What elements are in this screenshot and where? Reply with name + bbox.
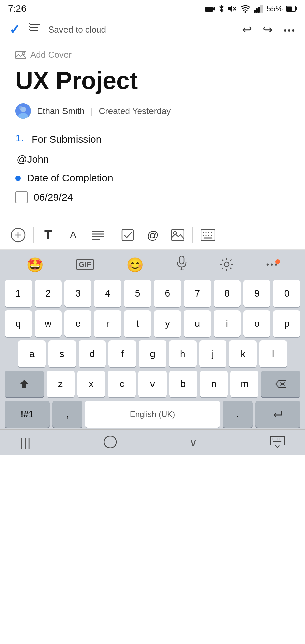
add-cover-button[interactable]: Add Cover [15,50,72,60]
key-r[interactable]: r [94,310,121,337]
svg-point-21 [23,52,25,54]
symbols-button[interactable]: !#1 [5,401,50,428]
bullet-dot [15,176,21,181]
key-b[interactable]: b [169,371,197,397]
mention-button[interactable]: @ [141,225,164,245]
keyboard-dismiss-button[interactable] [270,436,285,449]
key-n[interactable]: n [200,371,228,397]
camera-status-icon [205,5,215,12]
settings-button[interactable] [219,257,234,273]
list-item-text-0[interactable]: For Submission [32,132,101,146]
key-i[interactable]: i [214,310,241,337]
key-t[interactable]: t [124,310,151,337]
svg-rect-53 [104,436,116,448]
mention-text: @John [17,154,49,165]
check-button[interactable]: ✓ [8,21,21,38]
key-q[interactable]: q [5,310,32,337]
key-k[interactable]: k [229,340,257,367]
align-button[interactable] [87,225,110,245]
gif-button[interactable]: GIF [76,260,94,269]
key-5[interactable]: 5 [124,280,151,307]
key-2[interactable]: 2 [35,280,62,307]
backspace-button[interactable] [261,371,300,397]
key-p[interactable]: p [273,310,300,337]
key-0[interactable]: 0 [273,280,300,307]
key-4[interactable]: 4 [94,280,121,307]
toolbar-left: ✓ Saved to cloud [8,21,234,38]
text-style-big-button[interactable]: T [37,225,60,245]
keyboard-toggle-button[interactable] [197,225,219,245]
mic-icon [176,256,187,270]
svg-rect-54 [270,436,285,445]
key-comma[interactable]: , [52,401,82,428]
keyboard-qwerty-row: q w e r t y u i o p [0,309,305,339]
keyboard-number-row: 1 2 3 4 5 6 7 8 9 0 [0,278,305,309]
back-button[interactable]: ||| [20,436,31,449]
key-l[interactable]: l [259,340,287,367]
enter-button[interactable] [255,401,300,428]
keyboard-more-button[interactable]: ••• [266,260,279,269]
signal-icon [254,5,263,13]
key-period[interactable]: . [223,401,253,428]
key-a[interactable]: a [18,340,46,367]
undo-button[interactable]: ↩ [241,21,253,38]
checkbox[interactable] [15,191,28,203]
home-button[interactable] [104,436,117,449]
fmt-divider-2 [113,227,114,243]
key-f[interactable]: f [108,340,136,367]
bullet-text[interactable]: Date of Completion [27,172,113,184]
redo-button[interactable]: ↪ [261,21,274,38]
stickers-icon: 🤩 [26,257,44,273]
key-8[interactable]: 8 [214,280,241,307]
outline-button[interactable] [28,22,42,37]
mic-button[interactable] [176,256,187,274]
shift-button[interactable] [5,371,44,397]
key-h[interactable]: h [169,340,197,367]
key-z[interactable]: z [47,371,75,397]
checkbox-label: 06/29/24 [34,192,73,203]
key-d[interactable]: d [79,340,106,367]
stickers-button[interactable]: 🤩 [26,257,44,273]
key-s[interactable]: s [48,340,76,367]
bottom-nav: ||| ∨ [0,429,305,455]
insert-button[interactable] [7,225,30,245]
key-m[interactable]: m [230,371,258,397]
key-u[interactable]: u [184,310,211,337]
toolbar: ✓ Saved to cloud ↩ ↪ ••• [0,16,305,43]
shift-icon [19,379,29,389]
space-button[interactable]: English (UK) [85,401,220,428]
key-7[interactable]: 7 [184,280,211,307]
emoji-button[interactable]: 😊 [126,257,144,273]
svg-rect-7 [256,8,258,13]
text-style-small-button[interactable]: A [62,225,85,245]
key-x[interactable]: x [77,371,105,397]
key-9[interactable]: 9 [243,280,270,307]
bluetooth-icon [218,4,224,13]
key-w[interactable]: w [35,310,62,337]
key-3[interactable]: 3 [64,280,92,307]
outline-icon [29,23,41,33]
key-6[interactable]: 6 [154,280,181,307]
checkbox-insert-icon [121,229,135,241]
key-c[interactable]: c [108,371,136,397]
status-time: 7:26 [8,3,27,14]
key-e[interactable]: e [64,310,92,337]
author-divider: | [91,106,93,116]
mention-line[interactable]: @John [15,154,290,165]
keyboard-icon [201,229,215,241]
key-g[interactable]: g [139,340,166,367]
down-chevron-icon: ∨ [189,437,197,449]
key-1[interactable]: 1 [5,280,32,307]
keyboard-dismiss-icon [270,436,285,448]
image-insert-button[interactable] [166,225,189,245]
key-y[interactable]: y [154,310,181,337]
key-j[interactable]: j [199,340,227,367]
more-button[interactable]: ••• [282,22,297,37]
key-o[interactable]: o [243,310,270,337]
recents-button[interactable]: ∨ [189,436,197,449]
key-v[interactable]: v [138,371,166,397]
svg-rect-17 [29,23,30,24]
checkbox-insert-button[interactable] [117,225,139,245]
svg-point-25 [19,106,22,109]
document-title[interactable]: UX Project [15,67,290,94]
